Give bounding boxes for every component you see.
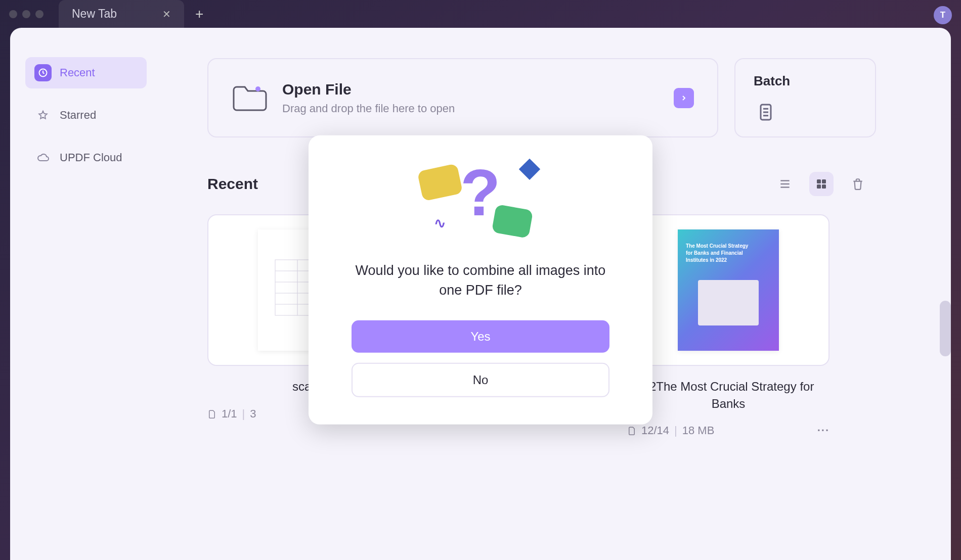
- svg-text:Institutes in 2022: Institutes in 2022: [686, 257, 727, 263]
- svg-rect-17: [698, 280, 759, 325]
- minimize-window-button[interactable]: [22, 10, 30, 18]
- svg-text:for Banks and Financial: for Banks and Financial: [686, 250, 743, 256]
- batch-icon: [754, 100, 778, 124]
- open-file-title: Open File: [282, 81, 660, 98]
- new-tab-button[interactable]: +: [190, 6, 208, 22]
- window-controls[interactable]: [9, 10, 43, 18]
- yes-button[interactable]: Yes: [352, 320, 609, 353]
- open-file-subtitle: Drag and drop the file here to open: [282, 102, 660, 115]
- sidebar-item-starred[interactable]: Starred: [25, 100, 147, 131]
- list-view-button[interactable]: [773, 172, 797, 196]
- dialog-illustration: ? ∿: [415, 160, 546, 246]
- batch-card[interactable]: Batch: [734, 58, 876, 137]
- file-card[interactable]: The Most Crucial Strategyfor Banks and F…: [627, 214, 829, 437]
- file-pages: 12/14: [641, 424, 669, 437]
- document-icon: [207, 408, 216, 419]
- file-size: 18 MB: [682, 424, 715, 437]
- svg-rect-4: [822, 179, 826, 183]
- close-tab-icon[interactable]: ✕: [162, 8, 171, 20]
- folder-icon: [232, 83, 268, 113]
- sidebar-item-label: Starred: [60, 109, 96, 122]
- trash-button[interactable]: [846, 172, 870, 196]
- clock-icon: [34, 64, 52, 81]
- sidebar-item-label: UPDF Cloud: [60, 151, 122, 164]
- cloud-icon: [34, 149, 52, 166]
- svg-text:The Most Crucial Strategy: The Most Crucial Strategy: [686, 243, 749, 249]
- svg-rect-3: [817, 179, 821, 183]
- open-file-card[interactable]: Open File Drag and drop the file here to…: [207, 58, 718, 137]
- file-pages: 1/1: [222, 407, 237, 421]
- meta-separator: |: [674, 424, 677, 437]
- open-file-arrow-button[interactable]: [674, 88, 694, 108]
- tab-title: New Tab: [72, 7, 117, 21]
- dialog-message: Would you like to combine all images int…: [334, 261, 627, 300]
- sidebar-item-label: Recent: [60, 66, 95, 79]
- file-size: 3: [250, 407, 256, 421]
- file-thumbnail: The Most Crucial Strategyfor Banks and F…: [627, 214, 829, 366]
- file-name: 12The Most Crucial Strategy for Banks: [627, 378, 829, 412]
- file-more-button[interactable]: ···: [817, 424, 829, 437]
- combine-images-dialog: ? ∿ Would you like to combine all images…: [309, 135, 652, 425]
- scrollbar-thumb[interactable]: [940, 301, 951, 356]
- recent-section-title: Recent: [207, 175, 258, 193]
- maximize-window-button[interactable]: [35, 10, 43, 18]
- document-icon: [627, 425, 636, 436]
- avatar-initial: T: [940, 10, 945, 20]
- close-window-button[interactable]: [9, 10, 17, 18]
- no-button[interactable]: No: [352, 363, 609, 397]
- tab-new-tab[interactable]: New Tab ✕: [59, 0, 184, 28]
- avatar[interactable]: T: [934, 6, 952, 24]
- sidebar-item-updf-cloud[interactable]: UPDF Cloud: [25, 142, 147, 173]
- star-icon: [34, 107, 52, 124]
- svg-rect-6: [822, 184, 826, 189]
- grid-view-button[interactable]: [809, 172, 834, 196]
- svg-rect-5: [817, 184, 821, 189]
- meta-separator: |: [242, 407, 245, 421]
- svg-point-1: [255, 86, 260, 91]
- batch-title: Batch: [754, 73, 857, 89]
- sidebar-item-recent[interactable]: Recent: [25, 57, 147, 88]
